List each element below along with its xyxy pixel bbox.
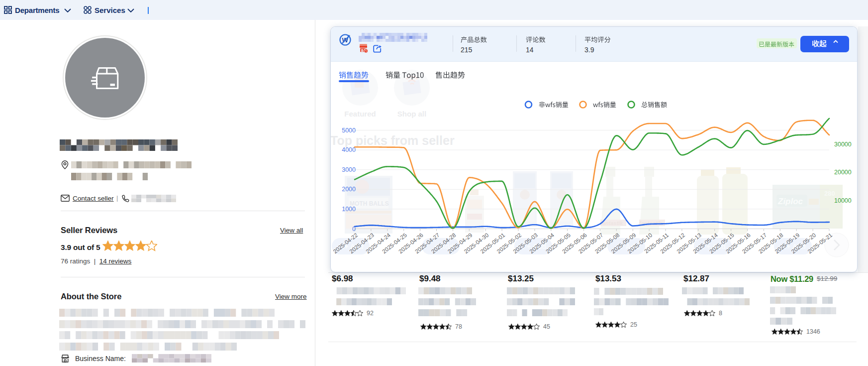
svg-text:2000: 2000 bbox=[342, 186, 356, 193]
svg-text:Ziploc: Ziploc bbox=[777, 197, 803, 206]
svg-text:20000: 20000 bbox=[834, 169, 852, 176]
svg-text:1000: 1000 bbox=[342, 206, 356, 213]
svg-text:280: 280 bbox=[824, 190, 835, 197]
svg-text:10000: 10000 bbox=[834, 197, 852, 204]
svg-text:4000: 4000 bbox=[342, 146, 356, 153]
svg-text:Featured: Featured bbox=[344, 110, 376, 118]
svg-text:Top picks from seller: Top picks from seller bbox=[331, 133, 455, 147]
svg-text:3000: 3000 bbox=[342, 166, 356, 173]
svg-text:Shop all: Shop all bbox=[397, 110, 426, 118]
svg-text:30000: 30000 bbox=[834, 141, 852, 148]
svg-text:5000: 5000 bbox=[342, 127, 356, 134]
